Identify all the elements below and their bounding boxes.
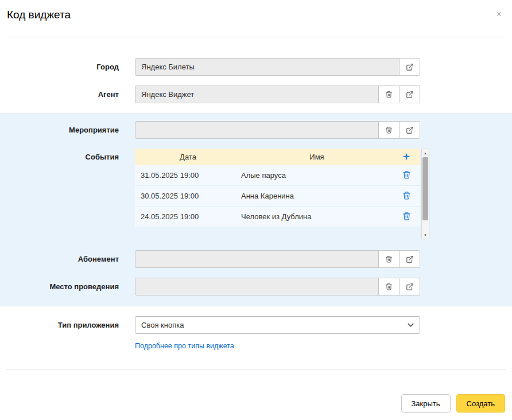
modal-title: Код виджета (7, 9, 71, 21)
event-clear-button[interactable] (378, 121, 399, 139)
session-name: Анна Каренина (241, 192, 393, 200)
app-type-control: Своя кнопка (135, 316, 420, 334)
chevron-down-icon (408, 323, 414, 327)
agent-input (135, 85, 379, 103)
venue-label: Место проведения (0, 282, 119, 291)
city-label: Город (0, 63, 119, 71)
modal-footer: Закрыть Создать (0, 394, 512, 413)
subscription-clear-button[interactable] (378, 250, 399, 268)
event-label: Мероприятие (0, 126, 119, 134)
external-link-icon (406, 126, 414, 134)
trash-icon (402, 212, 411, 220)
table-row: 24.05.2025 19:00 Человек из Дублина (135, 207, 420, 227)
delete-session-button[interactable] (402, 191, 411, 200)
event-row: Мероприятие (0, 121, 512, 139)
create-button[interactable]: Создать (456, 394, 505, 413)
app-type-selected-value: Своя кнопка (141, 321, 184, 329)
scroll-up-icon[interactable]: ▲ (422, 149, 429, 157)
widget-types-link-row: Подробнее про типы виджета (135, 341, 512, 350)
header-divider (6, 37, 506, 37)
close-icon[interactable]: × (494, 9, 504, 20)
app-type-select[interactable]: Своя кнопка (135, 316, 420, 334)
external-link-icon (406, 283, 414, 291)
subscription-control (135, 250, 420, 268)
table-row: 30.05.2025 19:00 Анна Каренина (135, 186, 420, 207)
trash-icon (385, 283, 393, 290)
venue-control (135, 278, 420, 295)
session-date: 24.05.2025 19:00 (135, 212, 241, 221)
agent-open-button[interactable] (399, 85, 420, 103)
venue-input (135, 278, 379, 295)
sessions-table-area: Дата Имя + 31.05.2025 19:00 Алые паруса (135, 149, 429, 239)
session-date: 30.05.2025 19:00 (135, 192, 241, 200)
event-open-button[interactable] (399, 121, 420, 139)
external-link-icon (406, 63, 414, 71)
subscription-open-button[interactable] (399, 250, 420, 268)
sessions-table: Дата Имя + 31.05.2025 19:00 Алые паруса (135, 149, 420, 239)
scrollbar-thumb[interactable] (422, 157, 428, 220)
name-column-header: Имя (241, 153, 393, 161)
delete-session-button[interactable] (402, 212, 411, 220)
table-scrollbar[interactable]: ▲ ▼ (421, 149, 429, 239)
city-control (135, 58, 420, 76)
date-column-header: Дата (135, 153, 241, 161)
venue-row: Место проведения (0, 278, 512, 295)
widget-types-link[interactable]: Подробнее про типы виджета (135, 342, 234, 350)
event-control (135, 121, 420, 139)
session-name: Человек из Дублина (241, 212, 393, 221)
agent-label: Агент (0, 90, 119, 99)
sessions-row: События Дата Имя + 31 (0, 149, 512, 239)
external-link-icon (406, 91, 414, 99)
event-input (135, 121, 379, 139)
trash-icon (385, 126, 393, 134)
session-name: Алые паруса (241, 171, 393, 180)
close-button[interactable]: Закрыть (401, 394, 451, 413)
trash-icon (385, 91, 393, 98)
delete-session-button[interactable] (402, 170, 411, 179)
trash-icon (402, 170, 411, 179)
modal-header: Код виджета × (0, 0, 512, 21)
city-input (135, 58, 399, 76)
footer-divider (6, 370, 506, 370)
venue-open-button[interactable] (399, 278, 420, 295)
venue-clear-button[interactable] (378, 278, 399, 295)
session-date: 31.05.2025 19:00 (135, 171, 241, 180)
trash-icon (385, 255, 393, 263)
subscription-input (135, 250, 379, 268)
agent-row: Агент (0, 85, 512, 103)
app-type-label: Тип приложения (0, 321, 119, 329)
city-open-button[interactable] (399, 58, 420, 76)
widget-code-modal: Код виджета × Город Агент (0, 0, 512, 413)
subscription-label: Абонемент (0, 255, 119, 263)
app-type-row: Тип приложения Своя кнопка (0, 316, 512, 334)
city-row: Город (0, 58, 512, 76)
event-settings-section: Мероприятие Соб (0, 113, 512, 306)
sessions-table-header: Дата Имя + (135, 149, 420, 165)
widget-form: Город Агент (0, 58, 512, 350)
add-session-button[interactable]: + (403, 150, 410, 164)
sessions-control: Дата Имя + 31.05.2025 19:00 Алые паруса (135, 149, 420, 239)
sessions-label: События (0, 149, 119, 161)
agent-clear-button[interactable] (378, 85, 399, 103)
trash-icon (402, 191, 411, 200)
table-row: 31.05.2025 19:00 Алые паруса (135, 165, 420, 186)
external-link-icon (406, 255, 414, 263)
scroll-down-icon[interactable]: ▼ (422, 231, 429, 239)
subscription-row: Абонемент (0, 250, 512, 268)
agent-control (135, 85, 420, 103)
